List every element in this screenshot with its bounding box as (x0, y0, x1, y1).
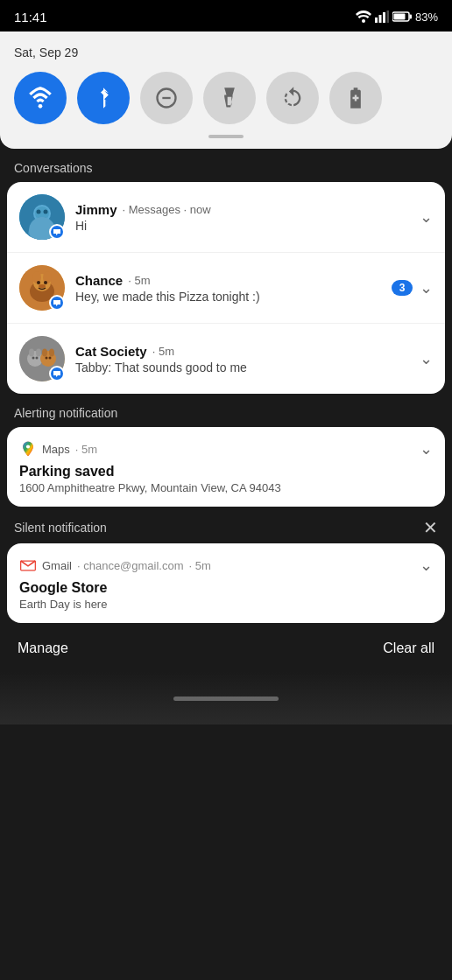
chance-conv-header: Chance · 5m (75, 273, 385, 288)
chance-badge-count: 3 (392, 280, 413, 296)
svg-point-35 (49, 357, 52, 360)
alerting-app-name: Maps (42, 443, 70, 456)
qs-tile-battery-saver[interactable] (329, 72, 382, 124)
qs-tile-wifi[interactable] (14, 72, 67, 124)
svg-point-22 (37, 281, 40, 284)
svg-point-29 (32, 357, 35, 360)
alerting-title: Parking saved (19, 464, 433, 480)
qs-tile-flashlight[interactable] (203, 72, 256, 124)
qs-date: Sat, Sep 29 (14, 46, 438, 60)
alerting-app-info: Maps · 5m (19, 440, 97, 458)
battery-saver-icon (343, 86, 368, 110)
home-indicator-area (0, 672, 452, 724)
svg-point-8 (39, 104, 43, 108)
qs-tile-bluetooth[interactable] (77, 72, 130, 124)
jimmy-conv-content: Jimmy · Messages · now Hi (75, 202, 413, 233)
chance-name: Chance (75, 273, 123, 288)
svg-point-24 (39, 284, 46, 288)
silent-chevron-icon[interactable]: ⌄ (420, 556, 433, 575)
gmail-icon (19, 556, 37, 574)
silent-notif-row: Gmail · chance@gmail.com · 5m ⌄ (19, 556, 433, 575)
jimmy-preview: Hi (75, 219, 413, 233)
avatar-chance (19, 265, 65, 311)
cat-society-preview: Tabby: That sounds good to me (75, 360, 413, 374)
conversations-section-label: Conversations (0, 150, 452, 182)
bottom-bar: Manage Clear all (0, 625, 452, 672)
svg-rect-3 (383, 12, 385, 23)
conv-item-cat-society[interactable]: Cat Society · 5m Tabby: That sounds good… (7, 324, 445, 394)
conv-item-chance[interactable]: Chance · 5m Hey, we made this Pizza toni… (7, 253, 445, 324)
svg-point-23 (44, 281, 47, 284)
flashlight-icon (217, 86, 242, 110)
cat-society-name: Cat Society (75, 344, 147, 359)
jimmy-name: Jimmy (75, 202, 117, 217)
silent-body: Earth Day is here (19, 598, 433, 611)
alerting-time: · 5m (75, 443, 97, 456)
conv-item-jimmy[interactable]: Jimmy · Messages · now Hi ⌄ (7, 182, 445, 253)
alerting-section-label: Alerting notification (0, 396, 452, 427)
svg-point-33 (49, 349, 54, 357)
bluetooth-icon (91, 86, 116, 110)
svg-point-30 (36, 357, 39, 360)
svg-rect-7 (409, 15, 412, 19)
chance-message-badge (49, 295, 65, 311)
svg-point-36 (26, 444, 30, 448)
silent-time: · 5m (189, 559, 211, 572)
status-time: 11:41 (14, 10, 47, 24)
silent-notification-card[interactable]: Gmail · chance@gmail.com · 5m ⌄ Google S… (7, 543, 445, 623)
cat-society-conv-header: Cat Society · 5m (75, 344, 413, 359)
maps-icon (19, 440, 37, 458)
avatar-jimmy (19, 194, 65, 240)
cat-society-conv-right: ⌄ (420, 349, 433, 368)
qs-tile-dnd[interactable] (140, 72, 193, 124)
status-bar: 11:41 83% (0, 0, 452, 32)
svg-point-32 (42, 349, 47, 357)
silent-app-name: Gmail (42, 559, 72, 572)
manage-button[interactable]: Manage (18, 640, 68, 656)
jimmy-chevron-icon[interactable]: ⌄ (420, 207, 433, 227)
home-indicator (173, 696, 279, 701)
cat-society-message-badge (49, 366, 65, 382)
jimmy-meta: · Messages · now (123, 203, 211, 216)
signal-status-icon (375, 10, 389, 23)
chance-meta: · 5m (128, 274, 150, 287)
qs-tile-autorotate[interactable] (266, 72, 319, 124)
svg-point-28 (36, 349, 41, 357)
svg-point-27 (29, 349, 34, 357)
svg-rect-2 (378, 15, 381, 23)
dnd-icon (154, 86, 179, 110)
wifi-icon (28, 86, 53, 110)
chance-chevron-icon[interactable]: ⌄ (420, 278, 433, 298)
svg-point-16 (44, 210, 48, 214)
svg-rect-1 (375, 18, 378, 23)
silent-app-info: Gmail · chance@gmail.com · 5m (19, 556, 211, 574)
wifi-status-icon (356, 10, 371, 23)
clear-all-button[interactable]: Clear all (383, 640, 434, 656)
svg-point-34 (46, 357, 48, 360)
jimmy-message-badge (49, 224, 65, 240)
quick-settings-panel: Sat, Sep 29 (0, 32, 452, 149)
chance-conv-right: 3 ⌄ (392, 278, 433, 298)
alerting-chevron-icon[interactable]: ⌄ (420, 439, 433, 458)
svg-point-15 (37, 210, 41, 214)
svg-rect-6 (393, 14, 405, 20)
svg-point-0 (362, 19, 365, 23)
jimmy-conv-header: Jimmy · Messages · now (75, 202, 413, 217)
jimmy-conv-right: ⌄ (420, 207, 433, 227)
silent-sender: · chance@gmail.com (77, 559, 184, 572)
silent-section-label: Silent notification (14, 521, 107, 535)
silent-section-row: Silent notification ✕ (0, 508, 452, 543)
silent-title: Google Store (19, 580, 433, 596)
conversations-card: Jimmy · Messages · now Hi ⌄ (7, 182, 445, 394)
battery-percent: 83% (415, 10, 438, 24)
svg-rect-4 (386, 10, 389, 23)
cat-society-chevron-icon[interactable]: ⌄ (420, 349, 433, 368)
svg-point-14 (35, 206, 49, 220)
alerting-notif-row: Maps · 5m ⌄ (19, 439, 433, 458)
chance-conv-content: Chance · 5m Hey, we made this Pizza toni… (75, 273, 385, 304)
qs-tiles (14, 72, 438, 124)
alerting-notification-card[interactable]: Maps · 5m ⌄ Parking saved 1600 Amphithea… (7, 427, 445, 507)
autorotate-icon (280, 86, 305, 110)
cat-society-meta: · 5m (152, 345, 174, 358)
silent-close-button[interactable]: ✕ (423, 519, 438, 536)
